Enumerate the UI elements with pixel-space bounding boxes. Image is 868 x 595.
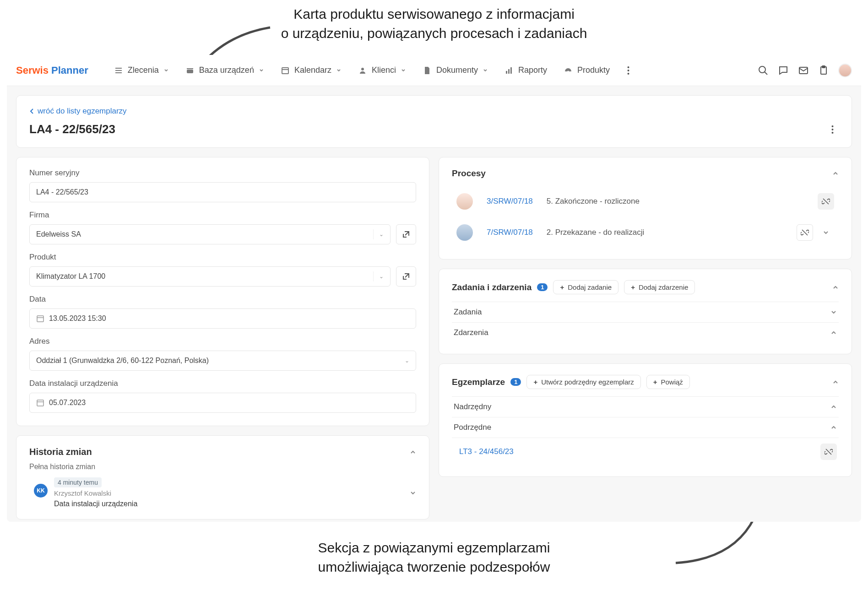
svg-rect-10 [510,67,512,74]
address-label: Adres [29,337,416,346]
chevron-up-icon[interactable] [410,449,416,455]
svg-rect-25 [37,400,43,406]
history-expand[interactable] [410,490,416,496]
tasks-sub[interactable]: Zadania [452,302,839,322]
nav-item-klienci[interactable]: Klienci [351,61,413,80]
device-icon [185,66,195,75]
samples-title: Egzemplarze [452,377,505,387]
tasks-title: Zadania i zdarzenia [452,282,532,292]
chevron-down-icon [830,309,837,315]
samples-collapse[interactable] [832,379,839,385]
process-row: 7/SRW/07/18 2. Przekazane - do realizacj… [452,217,839,248]
samples-card: Egzemplarze 1 +Utwórz podrzędny egzempla… [439,363,852,477]
process-avatar [456,224,473,241]
create-sub-sample-button[interactable]: +Utwórz podrzędny egzemplarz [526,375,640,389]
history-title: Historia zmian [29,447,92,457]
add-event-button[interactable]: +Dodaj zdarzenie [624,280,695,294]
svg-point-22 [831,132,833,134]
parent-sub[interactable]: Nadrzędny [452,396,839,417]
topbar: Serwis Planner ZleceniaBaza urządzeńKale… [7,55,861,86]
nav-item-raporty[interactable]: Raporty [497,61,554,80]
unlink-button[interactable] [797,224,813,241]
history-card: Historia zmian Pełna historia zmian KK 4… [16,435,429,519]
product-open-button[interactable] [396,266,416,287]
page-title: LA4 - 22/565/23 [29,122,115,136]
child-sample-row: LT3 - 24/456/23 [452,438,839,465]
nav-menu: ZleceniaBaza urządzeńKalendarzKlienciDok… [107,61,617,80]
children-sub[interactable]: Podrzędne [452,417,839,438]
process-link[interactable]: 7/SRW/07/18 [487,228,533,237]
date-label: Data [29,295,416,304]
chevron-up-icon [830,404,837,410]
svg-point-11 [568,70,569,72]
chart-icon [505,66,514,75]
person-icon [358,66,367,75]
svg-point-7 [361,68,364,70]
svg-point-20 [831,125,833,127]
annotation-top: Karta produktu serwisowanego z informacj… [228,5,640,43]
processes-collapse[interactable] [832,170,839,177]
clipboard-icon[interactable] [818,65,829,76]
history-avatar: KK [34,484,48,498]
svg-point-15 [759,66,765,73]
unlink-child-button[interactable] [820,444,837,460]
svg-point-13 [627,70,629,71]
svg-rect-2 [115,72,122,73]
search-icon[interactable] [758,65,769,76]
nav-item-kalendarz[interactable]: Kalendarz [273,61,349,80]
chevron-down-icon [259,68,264,73]
serial-input[interactable]: LA4 - 22/565/23 [29,182,416,202]
chat-icon[interactable] [778,65,789,76]
svg-rect-9 [508,69,510,74]
calendar-icon [36,314,44,323]
dashboard-icon [564,66,573,75]
install-label: Data instalacji urządzenia [29,379,416,388]
process-status: 2. Przekazane - do realizacji [547,228,645,237]
history-time-tag: 4 minuty temu [54,477,102,487]
processes-title: Procesy [452,168,486,178]
header-menu-button[interactable] [826,123,839,136]
address-select[interactable]: Oddział 1 (Grunwaldzka 2/6, 60-122 Pozna… [29,351,416,371]
avatar[interactable] [838,64,852,77]
add-task-button[interactable]: +Dodaj zadanie [553,280,618,294]
chevron-down-icon [163,68,169,73]
nav-more-button[interactable] [622,64,635,77]
history-field: Data instalacji urządzenia [54,500,403,508]
page-header-card: wróć do listy egzemplarzy LA4 - 22/565/2… [16,95,852,148]
events-sub[interactable]: Zdarzenia [452,322,839,343]
date-input[interactable]: 13.05.2023 15:30 [29,308,416,329]
process-row: 3/SRW/07/18 5. Zakończone - rozliczone [452,186,839,217]
tasks-collapse[interactable] [832,284,839,291]
brand-logo[interactable]: Serwis Planner [16,65,88,76]
svg-line-16 [765,72,767,75]
expand-button[interactable] [818,224,834,241]
unlink-button[interactable] [818,193,834,210]
serial-label: Numer seryjny [29,168,416,178]
history-subtitle: Pełna historia zmian [29,463,416,471]
processes-card: Procesy 3/SRW/07/18 5. Zakończone - rozl… [439,157,852,260]
company-select[interactable]: Edelweiss SA⌄ [29,224,391,244]
chevron-down-icon [401,68,406,73]
document-icon [423,66,432,75]
product-label: Produkt [29,253,416,262]
company-open-button[interactable] [396,224,416,244]
link-sample-button[interactable]: +Powiąż [646,375,690,389]
form-card: Numer seryjny LA4 - 22/565/23 Firma Edel… [16,157,429,426]
nav-item-produkty[interactable]: Produkty [556,61,617,80]
svg-rect-1 [115,70,122,71]
nav-item-baza-urządzeń[interactable]: Baza urządzeń [178,61,271,80]
install-input[interactable]: 05.07.2023 [29,393,416,413]
child-sample-link[interactable]: LT3 - 24/456/23 [459,447,514,456]
chevron-down-icon [483,68,488,73]
process-status: 5. Zakończone - rozliczone [547,197,640,206]
mail-icon[interactable] [798,65,809,76]
nav-item-dokumenty[interactable]: Dokumenty [415,61,495,80]
nav-item-zlecenia[interactable]: Zlecenia [107,61,176,80]
svg-point-14 [627,73,629,75]
process-link[interactable]: 3/SRW/07/18 [487,197,533,206]
product-select[interactable]: Klimatyzator LA 1700⌄ [29,266,391,287]
process-avatar [456,193,473,210]
svg-rect-5 [282,68,288,74]
back-link[interactable]: wróć do listy egzemplarzy [29,107,127,116]
chevron-up-icon [830,330,837,336]
